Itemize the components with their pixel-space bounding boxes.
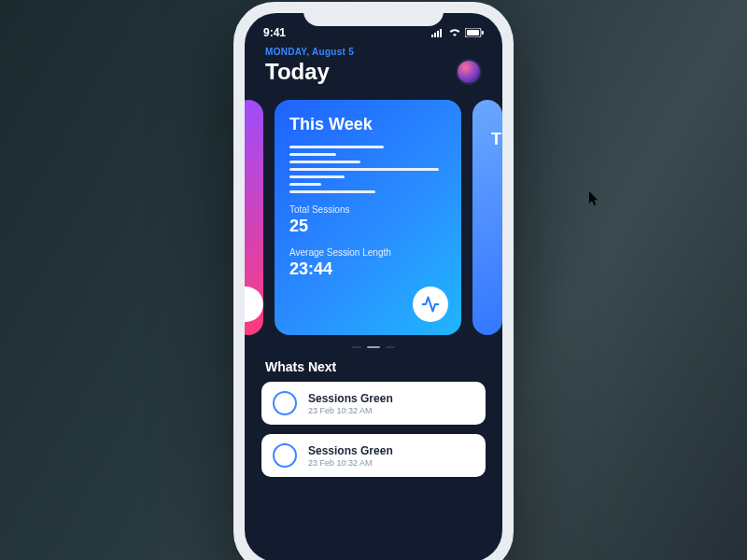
mockup-stage: 9:41 MONDAY, August 5 Today xyxy=(0,0,747,560)
svg-rect-6 xyxy=(482,31,484,35)
signal-icon xyxy=(431,29,444,37)
card-title: This Week xyxy=(289,115,446,134)
svg-rect-3 xyxy=(440,29,442,37)
svg-rect-5 xyxy=(467,30,479,35)
header: MONDAY, August 5 Today xyxy=(245,43,502,94)
status-time: 9:41 xyxy=(263,26,286,39)
list-item-title: Sessions Green xyxy=(308,392,393,405)
activity-icon xyxy=(421,295,440,314)
avg-length-value: 23:44 xyxy=(289,259,446,279)
week-bar-chart xyxy=(289,146,446,193)
date-label: MONDAY, August 5 xyxy=(265,47,482,57)
card-next-peek[interactable]: T Tot 23 Ave 25 xyxy=(472,100,502,335)
list-item[interactable]: Sessions Green 23 Feb 10:32 AM xyxy=(261,434,486,477)
svg-rect-1 xyxy=(434,33,436,37)
avg-length-label: Average Session Length xyxy=(289,247,446,258)
status-indicators xyxy=(431,28,484,37)
circle-icon xyxy=(273,443,297,468)
total-sessions-label: Total Sessions xyxy=(289,204,446,215)
phone-notch xyxy=(303,2,444,26)
next-avg-value: 25 xyxy=(487,272,489,291)
whats-next-list: Sessions Green 23 Feb 10:32 AM Sessions … xyxy=(245,382,502,477)
whats-next-title: Whats Next xyxy=(245,348,502,382)
list-item-subtitle: 23 Feb 10:32 AM xyxy=(308,458,393,468)
card-action-button[interactable] xyxy=(413,287,448,322)
avatar[interactable] xyxy=(456,59,482,85)
next-avg-label: Ave xyxy=(487,259,489,270)
prev-card-action-icon xyxy=(245,287,263,322)
card-this-week[interactable]: This Week Total Sessions 25 Average Sess… xyxy=(275,100,461,335)
pager-dot-active[interactable] xyxy=(367,346,380,348)
svg-rect-2 xyxy=(437,31,439,37)
pager-dot[interactable] xyxy=(352,346,361,348)
next-card-title-peek: T xyxy=(487,115,495,164)
next-total-label: Tot xyxy=(487,217,489,227)
mouse-cursor xyxy=(589,191,600,209)
next-total-value: 23 xyxy=(487,229,489,248)
list-item-subtitle: 23 Feb 10:32 AM xyxy=(308,406,393,415)
page-title: Today xyxy=(265,59,330,85)
circle-icon xyxy=(273,391,297,415)
total-sessions-value: 25 xyxy=(289,217,446,236)
card-previous-peek[interactable] xyxy=(245,100,263,335)
svg-rect-0 xyxy=(431,35,433,37)
app-screen: 9:41 MONDAY, August 5 Today xyxy=(245,13,502,560)
card-carousel[interactable]: This Week Total Sessions 25 Average Sess… xyxy=(245,100,471,335)
phone-frame: 9:41 MONDAY, August 5 Today xyxy=(233,2,514,560)
battery-icon xyxy=(465,28,484,37)
pager-dot[interactable] xyxy=(386,346,395,348)
list-item-title: Sessions Green xyxy=(308,444,393,457)
wifi-icon xyxy=(448,28,461,37)
list-item[interactable]: Sessions Green 23 Feb 10:32 AM xyxy=(261,382,486,425)
